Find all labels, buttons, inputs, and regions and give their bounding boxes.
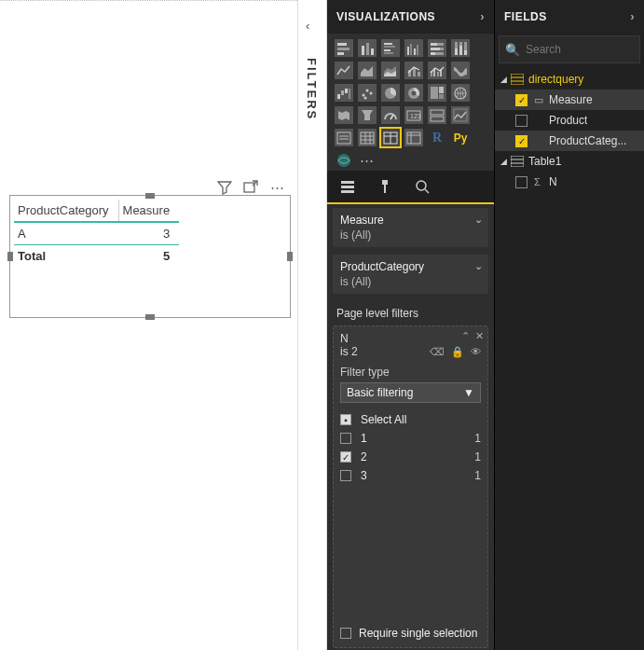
collapse-pane-icon[interactable]: › [480,0,485,34]
visual-filter-card[interactable]: Measure is (All) ⌄ [333,208,488,247]
slicer-icon[interactable] [335,129,353,146]
checkbox-icon[interactable] [340,433,351,444]
caret-down-icon[interactable]: ◢ [500,157,510,166]
table-total-row: Total 5 [14,245,179,268]
arcgis-icon[interactable] [335,151,353,169]
format-tab-icon[interactable] [376,177,394,196]
resize-handle[interactable] [145,314,155,320]
table-icon[interactable] [381,129,400,146]
filters-pane-collapsed[interactable]: ‹ FILTERS [297,0,327,650]
select-all-row[interactable]: ▪ Select All [340,410,481,429]
svg-rect-5 [366,43,369,55]
stacked-column-icon[interactable] [358,39,377,57]
table-row[interactable]: A 3 [14,222,179,245]
table-visual[interactable]: ProductCategory Measure A 3 Total 5 [9,195,291,318]
search-icon: 🔍 [505,43,520,57]
visualization-gallery: 123 R Py ⋯ [327,34,494,171]
combo-chart-icon[interactable] [404,62,423,79]
report-canvas[interactable]: ⋯ ProductCategory Measure A 3 [0,0,297,650]
area-chart-icon[interactable] [358,62,377,79]
visual-filter-card[interactable]: ProductCategory is (All) ⌄ [333,255,488,294]
checkbox-icon[interactable] [515,115,528,127]
svg-rect-56 [431,110,444,115]
svg-line-80 [425,189,429,193]
svg-rect-22 [455,48,458,55]
line-chart-icon[interactable] [335,62,353,79]
require-single-row[interactable]: Require single selection [340,619,481,640]
analytics-tab-icon[interactable] [413,177,432,196]
resize-handle[interactable] [287,252,293,261]
python-visual-icon[interactable]: Py [451,129,470,146]
chevron-down-icon[interactable]: ⌄ [474,214,483,226]
filter-option-row[interactable]: ✓ 2 1 [340,448,481,466]
field-item[interactable]: ✓ ProductCateg... [495,131,644,151]
scatter-icon[interactable] [358,84,377,102]
clear-filter-icon[interactable]: ⌫ [430,346,445,358]
matrix-icon[interactable] [404,129,423,146]
hundred-column-icon[interactable] [451,39,470,57]
search-input[interactable] [526,43,644,56]
column-header[interactable]: Measure [118,200,179,222]
import-visual-icon[interactable]: ⋯ [358,151,377,169]
lock-filter-icon[interactable]: 🔒 [451,346,464,358]
ribbon-chart-icon[interactable] [451,62,470,79]
resize-handle[interactable] [7,252,13,261]
clustered-column-icon[interactable] [404,39,423,57]
stacked-bar-icon[interactable] [335,39,353,57]
table-large-icon[interactable] [358,129,377,146]
collapse-pane-icon[interactable]: › [630,0,635,34]
svg-rect-58 [454,109,467,121]
pie-chart-icon[interactable] [381,84,400,102]
checkbox-icon[interactable] [340,470,351,481]
svg-rect-39 [345,89,348,93]
table-node[interactable]: ◢ directquery [495,69,644,90]
more-options-icon[interactable]: ⋯ [269,180,284,195]
checkbox-icon[interactable] [340,628,351,639]
svg-rect-78 [384,185,386,193]
field-item[interactable]: ✓ ▭ Measure [495,90,644,110]
funnel-icon[interactable] [358,106,377,124]
resize-handle[interactable] [145,193,155,199]
checkbox-checked-icon[interactable]: ✓ [340,451,351,463]
caret-down-icon[interactable]: ◢ [500,75,510,84]
filter-option-row[interactable]: 3 1 [340,466,481,485]
kpi-icon[interactable] [451,106,470,124]
chevron-down-icon[interactable]: ⌄ [474,260,483,272]
expand-filters-icon[interactable]: ‹ [306,19,309,33]
hundred-bar-icon[interactable] [428,39,446,57]
fields-search[interactable]: 🔍 [499,35,640,63]
filter-option-row[interactable]: 1 1 [340,429,481,448]
visual-header-toolbar: ⋯ [217,180,284,195]
page-filters-label: Page level filters [331,297,490,324]
checkbox-checked-icon[interactable]: ✓ [515,94,528,106]
field-item[interactable]: Product [495,110,644,131]
svg-point-42 [366,90,369,92]
collapse-filter-icon[interactable]: ⌃ [461,330,470,342]
treemap-icon[interactable] [428,84,446,102]
remove-filter-icon[interactable]: ✕ [475,330,484,342]
svg-rect-24 [459,46,462,55]
filter-type-select[interactable]: Basic filtering ▼ [340,382,481,403]
sigma-icon: Σ [534,176,545,187]
fields-tab-icon[interactable] [338,177,357,196]
card-icon[interactable]: 123 [404,106,423,124]
hide-filter-icon[interactable]: 👁 [471,346,481,358]
filter-icon[interactable] [217,180,232,195]
stacked-area-icon[interactable] [381,62,400,79]
waterfall-icon[interactable] [335,84,353,102]
checkbox-icon[interactable] [515,176,528,188]
combo-chart2-icon[interactable] [428,62,446,79]
table-node[interactable]: ◢ Table1 [495,151,644,172]
column-header[interactable]: ProductCategory [14,200,118,222]
checkbox-checked-icon[interactable]: ✓ [515,135,528,147]
checkbox-mixed-icon[interactable]: ▪ [340,414,351,425]
r-visual-icon[interactable]: R [428,129,446,146]
clustered-bar-icon[interactable] [381,39,400,57]
filled-map-icon[interactable] [335,106,353,124]
gauge-icon[interactable] [381,106,400,124]
multi-card-icon[interactable] [428,106,446,124]
donut-chart-icon[interactable] [404,84,423,102]
field-item[interactable]: Σ N [495,172,644,192]
focus-mode-icon[interactable] [243,180,258,195]
map-icon[interactable] [451,84,470,102]
